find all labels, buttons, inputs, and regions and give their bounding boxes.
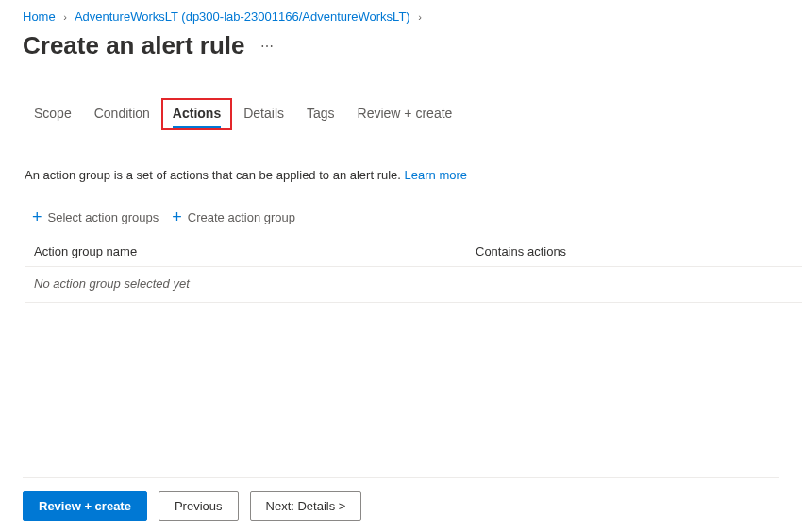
table-row-empty: No action group selected yet bbox=[25, 267, 802, 303]
tab-condition[interactable]: Condition bbox=[83, 98, 161, 130]
col-contains-actions: Contains actions bbox=[476, 244, 793, 258]
learn-more-link[interactable]: Learn more bbox=[405, 168, 467, 182]
select-action-groups-label: Select action groups bbox=[48, 210, 159, 224]
review-create-button[interactable]: Review + create bbox=[23, 491, 147, 521]
breadcrumb-resource[interactable]: AdventureWorksLT (dp300-lab-23001166/Adv… bbox=[75, 9, 410, 24]
tab-details[interactable]: Details bbox=[232, 98, 295, 130]
tab-tags[interactable]: Tags bbox=[295, 98, 346, 130]
create-action-group-label: Create action group bbox=[188, 210, 295, 224]
col-action-group-name: Action group name bbox=[34, 244, 476, 258]
select-action-groups-button[interactable]: + Select action groups bbox=[32, 208, 159, 225]
create-action-group-button[interactable]: + Create action group bbox=[172, 208, 295, 225]
tab-actions[interactable]: Actions bbox=[161, 98, 232, 130]
breadcrumb: Home › AdventureWorksLT (dp300-lab-23001… bbox=[0, 0, 802, 27]
action-buttons: + Select action groups + Create action g… bbox=[32, 208, 802, 225]
chevron-right-icon: › bbox=[418, 11, 422, 23]
tab-scope[interactable]: Scope bbox=[23, 98, 83, 130]
next-button[interactable]: Next: Details > bbox=[250, 491, 362, 521]
chevron-right-icon: › bbox=[63, 11, 67, 23]
tab-review-create[interactable]: Review + create bbox=[346, 98, 464, 130]
more-options-icon[interactable]: ⋯ bbox=[260, 39, 275, 54]
tabs: Scope Condition Actions Details Tags Rev… bbox=[0, 60, 802, 130]
plus-icon: + bbox=[172, 208, 182, 225]
plus-icon: + bbox=[32, 208, 42, 225]
table-header: Action group name Contains actions bbox=[25, 239, 802, 267]
page-header: Create an alert rule ⋯ bbox=[0, 27, 802, 60]
footer: Review + create Previous Next: Details > bbox=[23, 477, 779, 521]
content: An action group is a set of actions that… bbox=[0, 130, 802, 303]
description-text: An action group is a set of actions that… bbox=[25, 168, 401, 182]
previous-button[interactable]: Previous bbox=[159, 491, 239, 521]
description: An action group is a set of actions that… bbox=[25, 168, 802, 182]
action-groups-table: Action group name Contains actions No ac… bbox=[25, 239, 802, 303]
breadcrumb-home[interactable]: Home bbox=[23, 9, 56, 24]
page-title: Create an alert rule bbox=[23, 31, 245, 60]
